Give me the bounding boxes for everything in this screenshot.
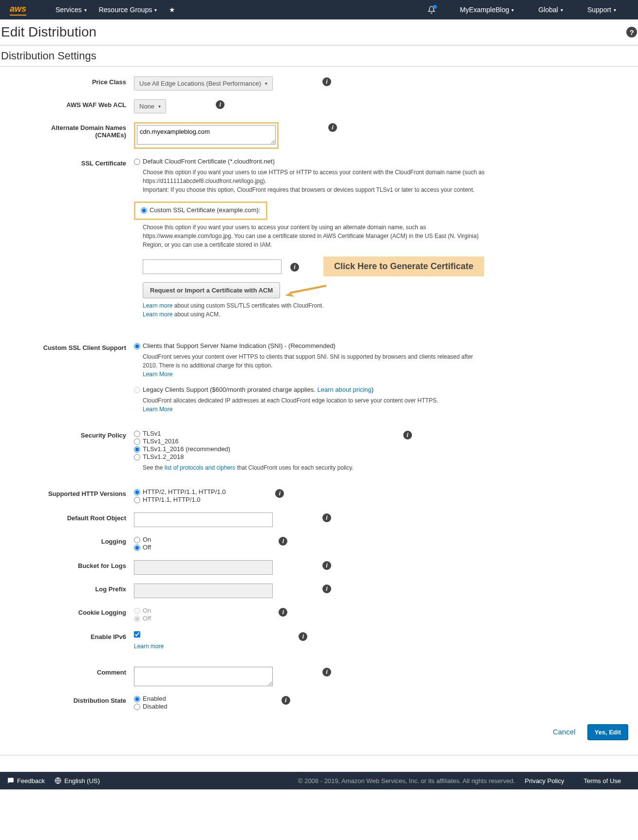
comment-label: Comment [0, 667, 134, 676]
bottom-nav: Feedback English (US) © 2008 - 2019, Ama… [0, 772, 638, 789]
security-policy-help: See the list of protocols and ciphers th… [143, 463, 354, 472]
price-class-select[interactable]: Use All Edge Locations (Best Performance… [134, 76, 273, 91]
learn-more-link[interactable]: Learn more [134, 643, 164, 650]
state-enabled-radio[interactable] [134, 696, 140, 702]
top-nav: aws Services▾ Resource Groups▾ ★ MyExamp… [0, 0, 638, 19]
sni-help: CloudFront serves your content over HTTP… [143, 352, 487, 379]
waf-select[interactable]: None▾ [134, 99, 166, 113]
cookie-on-radio [134, 608, 140, 614]
waf-label: AWS WAF Web ACL [0, 99, 134, 109]
learn-more-link[interactable]: Learn More [143, 371, 172, 378]
info-icon[interactable]: i [281, 696, 290, 705]
http-versions-label: Supported HTTP Versions [0, 488, 134, 497]
http2-radio[interactable] [134, 489, 140, 495]
legacy-radio [134, 387, 140, 393]
info-icon[interactable]: i [328, 123, 337, 132]
ssl-custom-help: Choose this option if you want your user… [143, 223, 487, 249]
cname-highlight [134, 122, 279, 149]
root-object-input[interactable] [134, 512, 273, 527]
cancel-button[interactable]: Cancel [553, 728, 576, 736]
tls-v12-2018-radio[interactable] [134, 454, 140, 460]
price-class-label: Price Class [0, 76, 134, 86]
logging-off-radio[interactable] [134, 545, 140, 551]
logging-on-radio[interactable] [134, 537, 140, 543]
terms-link[interactable]: Terms of Use [583, 777, 621, 785]
ssl-default-help: Choose this option if you want your user… [143, 168, 487, 194]
nav-region[interactable]: Global▾ [538, 6, 563, 14]
ssl-default-radio[interactable] [134, 159, 140, 165]
log-prefix-input [134, 584, 273, 598]
info-icon[interactable]: i [216, 100, 225, 109]
feedback-button[interactable]: Feedback [7, 777, 45, 785]
root-object-label: Default Root Object [0, 512, 134, 522]
info-icon[interactable]: i [322, 513, 331, 522]
nav-account[interactable]: MyExampleBlog▾ [460, 6, 514, 14]
ipv6-checkbox[interactable] [134, 631, 140, 638]
client-support-label: Custom SSL Client Support [0, 342, 134, 351]
cookie-logging-label: Cookie Logging [0, 607, 134, 616]
bucket-logs-label: Bucket for Logs [0, 560, 134, 569]
notification-dot [433, 5, 437, 9]
info-icon[interactable]: i [322, 561, 331, 570]
info-icon[interactable]: i [299, 632, 307, 641]
tls-v11-2016-radio[interactable] [134, 446, 140, 453]
sni-radio[interactable] [134, 343, 140, 349]
callout-annotation: Click Here to Generate Certificate [323, 256, 484, 276]
section-title: Distribution Settings [0, 46, 638, 67]
tls-v1-2016-radio[interactable] [134, 438, 140, 445]
caret-down-icon: ▾ [265, 81, 267, 86]
bucket-logs-input [134, 560, 273, 575]
info-icon[interactable]: i [322, 668, 331, 676]
help-icon[interactable]: ? [626, 27, 637, 37]
aws-logo[interactable]: aws [10, 4, 26, 16]
pricing-link[interactable]: Learn about pricing [317, 386, 371, 393]
ssl-learn-more: Learn more about using custom SSL/TLS ce… [143, 301, 487, 319]
tls-v1-radio[interactable] [134, 431, 140, 437]
copyright-text: © 2008 - 2019, Amazon Web Services, Inc.… [298, 777, 515, 785]
caret-down-icon: ▾ [511, 7, 514, 13]
cname-input[interactable] [137, 125, 276, 145]
ssl-custom-radio[interactable] [141, 207, 147, 214]
ssl-cert-input[interactable] [143, 259, 281, 274]
notifications-icon[interactable] [428, 6, 435, 14]
nav-support[interactable]: Support▾ [587, 6, 616, 14]
yes-edit-button[interactable]: Yes, Edit [587, 724, 628, 740]
info-icon[interactable]: i [279, 608, 287, 617]
acm-request-button[interactable]: Request or Import a Certificate with ACM [143, 282, 280, 298]
arrow-annotation-icon [280, 283, 329, 298]
protocols-link[interactable]: list of protocols and ciphers [165, 464, 235, 471]
language-button[interactable]: English (US) [55, 777, 100, 785]
ipv6-label: Enable IPv6 [0, 631, 134, 640]
cookie-off-radio [134, 616, 140, 622]
security-policy-label: Security Policy [0, 430, 134, 439]
info-icon[interactable]: i [322, 77, 331, 86]
logging-label: Logging [0, 536, 134, 545]
info-icon[interactable]: i [275, 489, 284, 498]
privacy-link[interactable]: Privacy Policy [525, 777, 564, 785]
info-icon[interactable]: i [279, 537, 287, 546]
ssl-custom-highlight: Custom SSL Certificate (example.com): [134, 201, 267, 220]
log-prefix-label: Log Prefix [0, 584, 134, 593]
cname-label: Alternate Domain Names(CNAMEs) [0, 122, 134, 139]
caret-down-icon: ▾ [561, 7, 563, 13]
star-icon[interactable]: ★ [169, 6, 175, 14]
info-icon[interactable]: i [403, 431, 412, 439]
divider [0, 755, 638, 755]
sni-label: Clients that Support Server Name Indicat… [143, 342, 336, 349]
state-disabled-radio[interactable] [134, 704, 140, 710]
caret-down-icon: ▾ [154, 7, 157, 13]
caret-down-icon: ▾ [84, 7, 87, 13]
ssl-custom-label: Custom SSL Certificate (example.com): [150, 206, 261, 214]
learn-more-link[interactable]: Learn more [143, 311, 172, 318]
info-icon[interactable]: i [290, 263, 299, 272]
learn-more-link[interactable]: Learn more [143, 302, 172, 309]
legacy-help: CloudFront allocates dedicated IP addres… [143, 396, 487, 414]
nav-resource-groups[interactable]: Resource Groups▾ [99, 6, 157, 14]
info-icon[interactable]: i [322, 584, 331, 593]
http11-radio[interactable] [134, 497, 140, 503]
legacy-label: Legacy Clients Support ($600/month prora… [143, 386, 374, 393]
comment-input[interactable] [134, 667, 273, 686]
nav-services[interactable]: Services▾ [56, 6, 87, 14]
page-header: Edit Distribution ? [0, 19, 638, 46]
learn-more-link[interactable]: Learn More [143, 406, 172, 413]
